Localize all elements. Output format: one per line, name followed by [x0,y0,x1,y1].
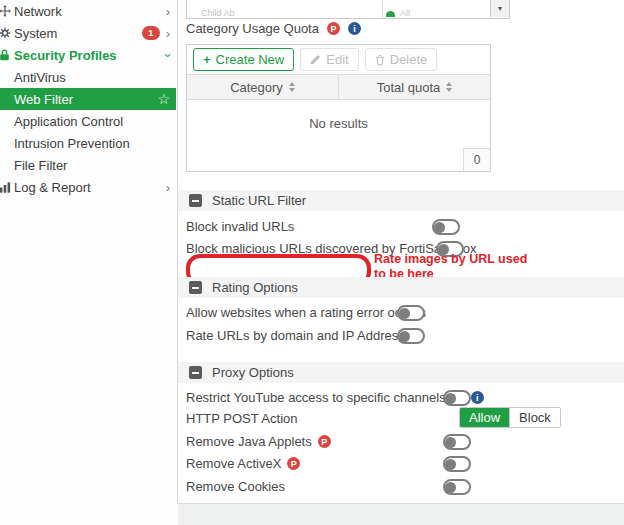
sidebar-item-web-filter[interactable]: Web Filter ☆ [0,88,176,110]
sidebar-item-label: Intrusion Prevention [14,136,130,151]
section-rating-options[interactable]: Rating Options [178,277,624,298]
info-icon[interactable]: i [471,391,484,404]
truncated-category-table: Child Ab All ▾ [186,0,510,19]
section-proxy-options[interactable]: Proxy Options [178,362,624,383]
chevron-right-icon: › [166,181,170,194]
rate-urls-by-domain-ip-toggle[interactable] [397,328,425,344]
favorite-star-icon[interactable]: ☆ [157,92,170,106]
option-row: Block invalid URLs [178,218,624,235]
proxy-feature-badge-icon: P [318,435,331,448]
heading-label: Category Usage Quota [186,21,319,36]
sidebar-item-label: AntiVirus [14,70,66,85]
option-row: Rate URLs by domain and IP Address [178,327,624,344]
option-row: Remove ActiveX P [178,455,624,472]
sidebar-item-application-control[interactable]: Application Control [0,110,176,132]
option-row: Remove Cookies [178,478,624,495]
sidebar-item-label: Log & Report [14,180,91,195]
column-header-total-quota[interactable]: Total quota [339,75,490,99]
http-post-action-control: Allow Block [459,407,561,428]
quota-table-toolbar: + Create New Edit Delete [187,45,490,74]
section-static-url-filter[interactable]: Static URL Filter [178,190,624,211]
proxy-feature-badge-icon: P [327,22,340,35]
remove-java-applets-toggle[interactable] [443,434,471,450]
sidebar-item-antivirus[interactable]: AntiVirus [0,66,176,88]
block-invalid-urls-toggle[interactable] [432,219,460,235]
create-new-button[interactable]: + Create New [193,48,294,71]
pencil-icon [310,54,321,65]
category-quota-table: + Create New Edit Delete Category [186,44,491,172]
web-filter-settings-panel: Child Ab All ▾ Category Usage Quota P i … [177,0,624,504]
section-title: Static URL Filter [212,193,306,208]
section-title: Proxy Options [212,365,294,380]
quota-table-empty-state: No results [187,100,490,147]
collapse-icon[interactable] [189,366,202,379]
restrict-youtube-toggle[interactable] [443,390,471,406]
option-label: Remove Java Applets [186,434,312,449]
option-row: Remove Java Applets P [178,433,624,450]
dropdown-button[interactable]: ▾ [490,0,509,17]
row-count: 0 [463,148,490,171]
allow-on-rating-error-toggle[interactable] [397,305,425,321]
option-label: Remove Cookies [186,479,285,494]
remove-cookies-toggle[interactable] [443,479,471,495]
chevron-right-icon: › [166,27,170,40]
truncated-action-cell: All [400,8,410,18]
option-label: Block invalid URLs [186,219,294,234]
option-row: HTTP POST Action Allow Block [178,410,624,427]
option-row: Restrict YouTube access to specific chan… [178,389,624,406]
sidebar-item-label: System [14,26,57,41]
section-title: Rating Options [212,280,298,295]
caret-down-icon: ▾ [498,4,502,13]
option-label: HTTP POST Action [186,411,298,426]
page-footer-strip [178,504,624,525]
option-label: Remove ActiveX [186,456,281,471]
block-option-button[interactable]: Block [509,408,560,427]
sidebar-item-label: File Filter [14,158,67,173]
sidebar-item-file-filter[interactable]: File Filter [0,154,176,176]
sort-icon [289,82,295,92]
sidebar-item-label: Web Filter [14,92,73,107]
quota-table-header: Category Total quota [187,74,490,100]
delete-button[interactable]: Delete [365,48,438,71]
bar-chart-icon [0,182,11,193]
trash-icon [375,54,385,66]
collapse-icon[interactable] [189,281,202,294]
gear-icon [0,27,11,39]
proxy-feature-badge-icon: P [287,457,300,470]
sidebar-item-label: Security Profiles [14,48,117,63]
sidebar-item-label: Network [14,4,62,19]
info-icon[interactable]: i [348,22,361,35]
plus-icon: + [203,52,211,67]
chevron-down-icon: › [161,53,174,57]
option-label: Allow websites when a rating error occur… [186,305,426,320]
network-icon [0,5,11,17]
notification-badge: 1 [142,26,160,40]
option-row: Allow websites when a rating error occur… [178,304,624,321]
chevron-right-icon: › [166,5,170,18]
truncated-category-cell: Child Ab [201,8,235,18]
allow-option-button[interactable]: Allow [460,408,509,427]
edit-button[interactable]: Edit [300,48,358,71]
column-divider [382,0,383,18]
column-header-category[interactable]: Category [187,75,339,99]
sidebar-item-log-report[interactable]: Log & Report › [0,176,176,198]
lock-icon [0,49,11,61]
sort-icon [446,82,452,92]
option-label: Restrict YouTube access to specific chan… [186,390,446,405]
allow-status-dot [386,11,395,17]
sidebar-item-network[interactable]: Network › [0,0,176,22]
collapse-icon[interactable] [189,194,202,207]
quota-table-footer: 0 [187,147,490,171]
sidebar: Network › System 1 › Security Profiles ›… [0,0,176,525]
sidebar-item-security-profiles[interactable]: Security Profiles › [0,44,176,66]
category-usage-quota-heading: Category Usage Quota P i [186,21,361,36]
option-label: Rate URLs by domain and IP Address [186,328,405,343]
sidebar-item-system[interactable]: System 1 › [0,22,176,44]
sidebar-item-intrusion-prevention[interactable]: Intrusion Prevention [0,132,176,154]
remove-activex-toggle[interactable] [443,456,471,472]
sidebar-item-label: Application Control [14,114,123,129]
